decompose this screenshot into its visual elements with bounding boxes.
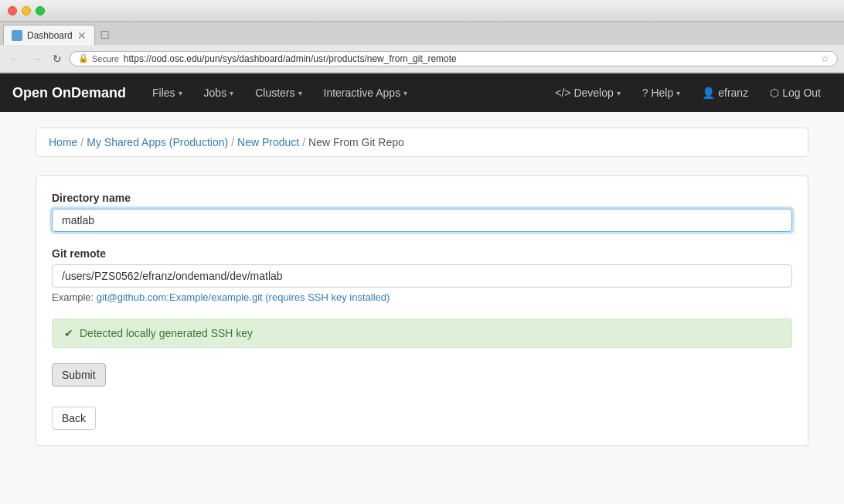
git-remote-input[interactable] (52, 264, 792, 288)
breadcrumb-current: New From Git Repo (308, 136, 404, 148)
help-example-link[interactable]: git@github.com:Example/example.git (97, 291, 263, 303)
directory-name-input[interactable] (52, 209, 792, 232)
new-tab-button[interactable]: □ (97, 25, 114, 45)
title-bar (0, 0, 844, 22)
traffic-lights (8, 6, 45, 15)
os-window: Dashboard ✕ □ ← → ↻ 🔒 Secure https://ood… (0, 0, 844, 73)
ssh-key-alert: ✔ Detected locally generated SSH key (52, 318, 792, 348)
develop-caret-icon: ▾ (617, 89, 621, 97)
check-icon: ✔ (64, 327, 73, 339)
close-button[interactable] (8, 6, 17, 15)
tab-title: Dashboard (27, 30, 73, 41)
nav-item-help[interactable]: ? Help ▾ (631, 73, 691, 112)
tab-close-icon[interactable]: ✕ (77, 29, 87, 42)
submit-row: Submit (52, 363, 792, 387)
back-button[interactable]: Back (52, 407, 96, 430)
person-icon: 👤 (702, 87, 715, 99)
url-text: https://ood.osc.edu/pun/sys/dashboard/ad… (124, 53, 818, 64)
logout-icon: ⬡ (770, 87, 779, 99)
tab-bar: Dashboard ✕ □ (0, 22, 844, 45)
app-navbar: Open OnDemand Files ▾ Jobs ▾ Clusters ▾ … (0, 73, 844, 112)
nav-items: Files ▾ Jobs ▾ Clusters ▾ Interactive Ap… (141, 73, 544, 112)
breadcrumb-shared-apps[interactable]: My Shared Apps (Production) (87, 136, 228, 148)
alert-text: Detected locally generated SSH key (80, 327, 253, 339)
back-nav-button[interactable]: ← (6, 51, 23, 66)
secure-icon: 🔒 (78, 53, 89, 63)
files-caret-icon: ▾ (179, 89, 182, 97)
directory-name-label: Directory name (52, 192, 792, 204)
jobs-caret-icon: ▾ (230, 89, 233, 97)
form-actions: Submit Back (52, 363, 792, 430)
back-row: Back (52, 407, 792, 430)
help-prefix: Example: (52, 291, 94, 303)
nav-item-logout[interactable]: ⬡ Log Out (759, 73, 832, 112)
page-content: Home / My Shared Apps (Production) / New… (0, 112, 844, 504)
secure-label: Secure (92, 54, 119, 63)
git-remote-group: Git remote Example: git@github.com:Examp… (52, 247, 792, 303)
nav-item-jobs[interactable]: Jobs ▾ (193, 73, 245, 112)
refresh-nav-button[interactable]: ↻ (49, 51, 65, 66)
help-text: Example: git@github.com:Example/example.… (52, 291, 792, 303)
breadcrumb-sep-3: / (302, 136, 305, 148)
breadcrumb-home[interactable]: Home (49, 136, 77, 148)
nav-item-develop[interactable]: </> Develop ▾ (544, 73, 631, 112)
clusters-caret-icon: ▾ (298, 89, 302, 97)
nav-item-user[interactable]: 👤 efranz (691, 73, 759, 112)
tab-favicon (12, 30, 22, 41)
ssh-key-link[interactable]: (requires SSH key installed) (265, 291, 390, 303)
breadcrumb: Home / My Shared Apps (Production) / New… (36, 128, 808, 157)
breadcrumb-new-product[interactable]: New Product (237, 136, 299, 148)
main-container: Home / My Shared Apps (Production) / New… (20, 112, 824, 461)
nav-item-interactive-apps[interactable]: Interactive Apps ▾ (313, 73, 419, 112)
bookmark-icon[interactable]: ☆ (821, 53, 829, 64)
browser-tab[interactable]: Dashboard ✕ (3, 25, 95, 45)
form-card: Directory name Git remote Example: git@g… (36, 175, 808, 446)
brand-link[interactable]: Open OnDemand (12, 85, 126, 101)
breadcrumb-sep-1: / (80, 136, 83, 148)
directory-name-group: Directory name (52, 192, 792, 232)
minimize-button[interactable] (22, 6, 31, 15)
maximize-button[interactable] (36, 6, 45, 15)
interactive-apps-caret-icon: ▾ (403, 89, 407, 97)
help-caret-icon: ▾ (676, 89, 680, 97)
address-bar: ← → ↻ 🔒 Secure https://ood.osc.edu/pun/s… (0, 45, 844, 73)
nav-item-files[interactable]: Files ▾ (141, 73, 193, 112)
submit-button[interactable]: Submit (52, 363, 106, 387)
nav-item-clusters[interactable]: Clusters ▾ (244, 73, 312, 112)
url-bar[interactable]: 🔒 Secure https://ood.osc.edu/pun/sys/das… (70, 51, 838, 66)
nav-right: </> Develop ▾ ? Help ▾ 👤 efranz ⬡ Log Ou… (544, 73, 832, 112)
git-remote-label: Git remote (52, 247, 792, 260)
forward-nav-button[interactable]: → (28, 51, 45, 66)
breadcrumb-sep-2: / (231, 136, 234, 148)
